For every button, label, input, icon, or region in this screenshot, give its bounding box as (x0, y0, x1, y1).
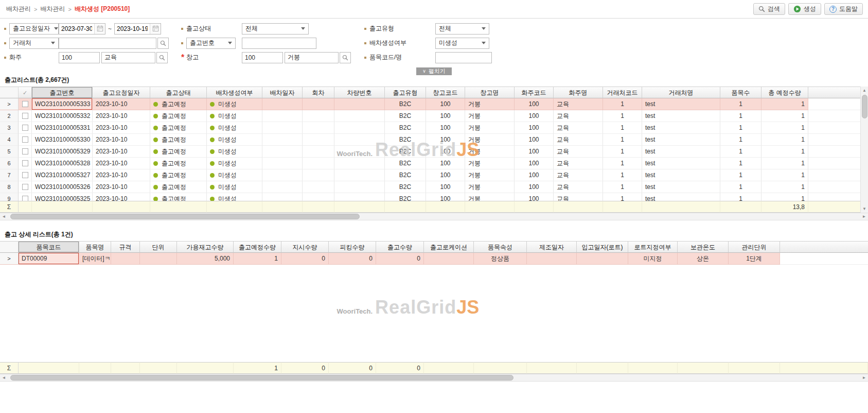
column-header[interactable]: 품목명 (79, 241, 111, 253)
column-header[interactable]: 품목코드 (19, 241, 79, 253)
column-header[interactable]: 배차일자 (262, 87, 303, 98)
column-header[interactable]: 차량번호 (334, 87, 385, 98)
column-header[interactable]: 거래처명 (642, 87, 720, 98)
create-button[interactable]: 생성 (788, 3, 821, 15)
row-checkbox[interactable] (22, 172, 28, 178)
cell-text: 미생성 (218, 195, 237, 201)
warehouse-name-input[interactable] (285, 52, 339, 63)
scroll-right-icon[interactable]: ► (860, 213, 868, 220)
row-checkbox[interactable] (22, 184, 28, 190)
column-header[interactable]: 관리단위 (729, 241, 780, 253)
table-row[interactable]: 3WO23101000053312023-10-10출고예정미생성B2C100거… (0, 122, 868, 134)
table-row[interactable]: 2WO23101000053322023-10-10출고예정미생성B2C100거… (0, 110, 868, 122)
column-header[interactable]: 단위 (140, 241, 177, 253)
status-dot-icon (210, 161, 215, 166)
date-to-input[interactable] (115, 24, 150, 34)
column-header[interactable]: 품목속성 (474, 241, 527, 253)
row-checkbox[interactable] (22, 136, 28, 143)
column-header[interactable]: 회차 (303, 87, 334, 98)
breadcrumb-item[interactable]: 배차관리 (40, 5, 65, 13)
cell-text: 1 (739, 160, 742, 167)
row-checkbox[interactable] (22, 101, 28, 107)
scrollbar-track[interactable] (8, 374, 860, 381)
cell: 2023-10-10 (93, 158, 150, 169)
help-button[interactable]: ? 도움말 (824, 3, 863, 15)
column-header[interactable]: 화주명 (554, 87, 603, 98)
ship-status-select[interactable]: 전체 (242, 23, 309, 35)
column-header[interactable]: 지시수량 (281, 241, 329, 253)
scroll-right-icon[interactable]: ► (860, 374, 868, 382)
column-header[interactable]: 제조일자 (527, 241, 577, 253)
scroll-up-icon[interactable]: ▲ (861, 87, 868, 94)
table-row[interactable]: >DT00009[데이터]ㅋ5,0001000정상품미지정상온1단계 (0, 253, 868, 265)
customer-type-select[interactable]: 거래처 (9, 38, 59, 49)
column-header[interactable]: 출고유형 (385, 87, 426, 98)
filter-expand-button[interactable]: ∨ 펼치기 (416, 67, 452, 75)
customer-search-button[interactable] (157, 38, 169, 49)
column-header[interactable]: 품목수 (720, 87, 761, 98)
scrollbar-track[interactable] (861, 94, 868, 205)
warehouse-code-input[interactable] (242, 52, 283, 63)
column-header[interactable]: 배차생성여부 (207, 87, 262, 98)
breadcrumb-item[interactable]: 배차관리 (6, 5, 31, 13)
scrollbar-track[interactable] (8, 213, 860, 220)
owner-code-input[interactable] (59, 52, 100, 63)
warehouse-search-button[interactable] (340, 52, 351, 63)
cell-text: 2023-10-10 (96, 148, 127, 155)
column-header[interactable]: 출고수량 (376, 241, 424, 253)
column-header[interactable]: 피킹수량 (329, 241, 376, 253)
column-header[interactable]: 출고로케이션 (424, 241, 474, 253)
column-header[interactable]: 거래처코드 (603, 87, 642, 98)
ship-no-input[interactable] (242, 38, 316, 49)
column-header[interactable]: 규격 (111, 241, 140, 253)
column-header[interactable]: 창고코드 (426, 87, 465, 98)
row-checkbox[interactable] (22, 113, 28, 119)
table-row[interactable]: 8WO23101000053262023-10-10출고예정미생성B2C100거… (0, 181, 868, 193)
vertical-scrollbar[interactable]: ▲ ▼ (860, 87, 868, 213)
table-row[interactable]: 6WO23101000053282023-10-10출고예정미생성B2C100거… (0, 158, 868, 169)
calendar-icon[interactable] (150, 24, 161, 34)
horizontal-scrollbar[interactable]: ◄ ► (0, 213, 868, 220)
select-all-checkbox[interactable]: ✓ (19, 87, 32, 98)
column-header[interactable]: 가용재고수량 (177, 241, 234, 253)
table-row[interactable]: 9WO23101000053252023-10-10출고예정미생성B2C100거… (0, 193, 868, 201)
date-type-select[interactable]: 출고요청일자 (9, 23, 59, 35)
dispatch-created-select[interactable]: 미생성 (435, 38, 489, 49)
scroll-down-icon[interactable]: ▼ (861, 205, 868, 213)
row-checkbox[interactable] (22, 125, 28, 131)
scrollbar-thumb[interactable] (10, 214, 360, 219)
column-header[interactable]: 출고예정수량 (234, 241, 281, 253)
calendar-icon[interactable] (94, 24, 105, 34)
row-checkbox[interactable] (22, 196, 28, 201)
column-header[interactable]: 화주코드 (515, 87, 554, 98)
ship-no-type-select[interactable]: 출고번호 (186, 38, 236, 49)
column-header[interactable]: 출고번호 (32, 87, 93, 98)
column-header[interactable]: 창고명 (465, 87, 515, 98)
column-header[interactable]: 보관온도 (678, 241, 729, 253)
table-row[interactable]: 5WO23101000053292023-10-10출고예정미생성B2C100거… (0, 146, 868, 158)
item-code-name-input[interactable] (435, 52, 492, 63)
cell-text: 거봉 (468, 195, 481, 201)
scroll-left-icon[interactable]: ◄ (0, 213, 8, 220)
owner-search-button[interactable] (156, 52, 168, 63)
table-row[interactable]: >WO23101000053332023-10-10출고예정미생성B2C100거… (0, 98, 868, 110)
row-checkbox[interactable] (22, 160, 28, 166)
column-header[interactable]: 출고요청일자 (93, 87, 150, 98)
column-header[interactable]: 총 예정수량 (761, 87, 808, 98)
search-button[interactable]: 검색 (753, 3, 785, 15)
customer-input[interactable] (59, 38, 156, 49)
scrollbar-thumb[interactable] (10, 375, 513, 381)
owner-name-input[interactable] (101, 52, 155, 63)
date-from-input[interactable] (59, 24, 94, 34)
column-header[interactable]: 로트지정여부 (628, 241, 678, 253)
ship-type-select[interactable]: 전체 (435, 23, 489, 35)
cell-text: 거봉 (468, 183, 481, 191)
scroll-left-icon[interactable]: ◄ (0, 374, 8, 382)
horizontal-scrollbar[interactable]: ◄ ► (0, 374, 868, 382)
column-header[interactable]: 입고일자(로트) (577, 241, 628, 253)
table-row[interactable]: 4WO23101000053302023-10-10출고예정미생성B2C100거… (0, 134, 868, 146)
column-header[interactable]: 출고상태 (150, 87, 207, 98)
scrollbar-thumb[interactable] (862, 95, 867, 118)
row-checkbox[interactable] (22, 148, 28, 154)
table-row[interactable]: 7WO23101000053272023-10-10출고예정미생성B2C100거… (0, 169, 868, 181)
